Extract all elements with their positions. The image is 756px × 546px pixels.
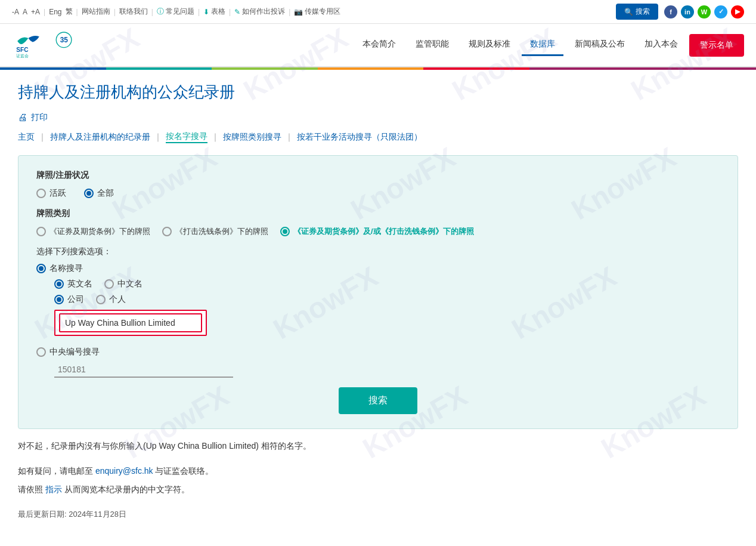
central-id-option-row: 中央编号搜寻 — [36, 347, 720, 357]
name-search-input[interactable] — [59, 313, 202, 332]
media-icon: 📷 — [294, 8, 303, 16]
nav-regulation[interactable]: 监管职能 — [407, 34, 457, 56]
youtube-icon[interactable]: ▶ — [731, 5, 744, 18]
twitter-icon[interactable]: ✓ — [714, 5, 727, 18]
logo[interactable]: SFC 证监会 35 — [12, 29, 78, 61]
warning-list-button[interactable]: 警示名单 — [689, 34, 744, 57]
search-icon: 🔍 — [624, 8, 633, 16]
wechat-icon[interactable]: W — [698, 5, 711, 18]
lang-chi[interactable]: 繁 — [66, 7, 73, 17]
complaint-link[interactable]: ✎ 如何作出投诉 — [234, 7, 285, 17]
complaint-icon: ✎ — [234, 8, 240, 16]
faq-icon: ⓘ — [157, 7, 164, 17]
status-active-radio[interactable] — [36, 189, 46, 198]
status-all-option[interactable]: 全部 — [84, 188, 114, 199]
search-submit-button[interactable]: 搜索 — [339, 387, 417, 414]
top-bar-right: 🔍 搜索 f in W ✓ ▶ — [616, 4, 744, 20]
central-id-radio[interactable] — [36, 347, 46, 357]
top-bar: -A A +A | Eng 繁 | 网站指南 | 联络我们 | ⓘ 常见问题 |… — [0, 0, 756, 24]
breadcrumb-home[interactable]: 主页 — [18, 132, 35, 143]
chinese-name-radio[interactable] — [104, 279, 114, 289]
name-sub-options: 英文名 中文名 — [54, 279, 720, 289]
search-submit-row: 搜索 — [36, 387, 720, 414]
license-type-group: 《证券及期货条例》下的牌照 《打击洗钱条例》下的牌照 《证券及期货条例》及/或《… — [36, 226, 720, 237]
company-option[interactable]: 公司 — [54, 294, 84, 305]
svg-text:证监会: 证监会 — [16, 53, 29, 58]
name-search-input-wrapper[interactable] — [54, 310, 207, 336]
central-id-option[interactable]: 中央编号搜寻 — [36, 347, 100, 357]
individual-radio[interactable] — [96, 295, 106, 304]
page-title: 持牌人及注册机构的公众纪录册 — [18, 82, 738, 103]
license-type-label: 牌照类别 — [36, 208, 720, 219]
breadcrumb-activity-search[interactable]: 按若干业务活动搜寻（只限法团） — [297, 132, 422, 143]
svg-text:SFC: SFC — [16, 47, 28, 53]
license-opt2-radio[interactable] — [162, 227, 172, 236]
page-content: 持牌人及注册机构的公众纪录册 🖨 打印 主页 ｜ 持牌人及注册机构的纪录册 ｜ … — [0, 70, 756, 532]
company-radio[interactable] — [54, 295, 64, 304]
contact-section: 如有疑问，请电邮至 enquiry@sfc.hk 与证监会联络。 请依照 指示 … — [18, 464, 738, 497]
english-name-radio[interactable] — [54, 279, 64, 289]
chinese-name-option[interactable]: 中文名 — [104, 279, 142, 289]
nav-bar: SFC 证监会 35 本会简介 监管职能 规则及标准 数据库 新闻稿及公布 加入… — [0, 24, 756, 67]
name-search-option[interactable]: 名称搜寻 — [36, 263, 83, 274]
instruction-line: 请依照 指示 从而阅览本纪录册内的中文字符。 — [18, 482, 738, 497]
name-search-option-row: 名称搜寻 — [36, 263, 720, 274]
breadcrumb: 主页 ｜ 持牌人及注册机构的纪录册 ｜ 按名字搜寻 ｜ 按牌照类别搜寻 ｜ 按若… — [18, 131, 738, 143]
media-link[interactable]: 📷 传媒专用区 — [294, 7, 340, 17]
nav-news[interactable]: 新闻稿及公布 — [566, 34, 633, 56]
main-navigation: 本会简介 监管职能 规则及标准 数据库 新闻稿及公布 加入本会 警示名单 — [354, 34, 744, 57]
search-options-title: 选择下列搜索选项： — [36, 246, 720, 257]
nav-join[interactable]: 加入本会 — [636, 34, 686, 56]
linkedin-icon[interactable]: in — [681, 5, 694, 18]
license-opt2-option[interactable]: 《打击洗钱条例》下的牌照 — [162, 226, 268, 237]
license-status-group: 活跃 全部 — [36, 188, 720, 199]
license-opt1-option[interactable]: 《证券及期货条例》下的牌照 — [36, 226, 150, 237]
last-updated: 最后更新日期: 2024年11月28日 — [18, 509, 738, 520]
nav-database[interactable]: 数据库 — [522, 34, 563, 56]
result-message: 对不起，纪录册内没有与你所输入(Up Way China Bullion Lim… — [18, 441, 738, 452]
instruction-link[interactable]: 指示 — [45, 485, 62, 494]
print-icon: 🖨 — [18, 112, 27, 123]
central-id-input[interactable] — [54, 362, 233, 378]
nav-about[interactable]: 本会简介 — [354, 34, 404, 56]
name-search-radio[interactable] — [36, 264, 46, 273]
status-active-option[interactable]: 活跃 — [36, 188, 66, 199]
facebook-icon[interactable]: f — [664, 5, 677, 18]
faq-link[interactable]: ⓘ 常见问题 — [157, 7, 194, 17]
individual-option[interactable]: 个人 — [96, 294, 126, 305]
table-icon: ⬇ — [203, 8, 209, 16]
breadcrumb-type-search[interactable]: 按牌照类别搜寻 — [223, 132, 281, 143]
site-guide[interactable]: 网站指南 — [82, 7, 110, 17]
font-size-minus[interactable]: -A — [12, 8, 19, 16]
license-opt3-option[interactable]: 《证券及期货条例》及/或《打击洗钱条例》下的牌照 — [280, 226, 474, 237]
status-all-radio[interactable] — [84, 189, 94, 198]
entity-type-options: 公司 个人 — [54, 294, 720, 305]
license-status-label: 牌照/注册状况 — [36, 170, 720, 181]
nav-rules[interactable]: 规则及标准 — [460, 34, 519, 56]
contact-line: 如有疑问，请电邮至 enquiry@sfc.hk 与证监会联络。 — [18, 464, 738, 479]
english-name-option[interactable]: 英文名 — [54, 279, 92, 289]
contact-email-link[interactable]: enquiry@sfc.hk — [95, 466, 153, 476]
top-bar-left: -A A +A | Eng 繁 | 网站指南 | 联络我们 | ⓘ 常见问题 |… — [12, 7, 340, 17]
lang-eng[interactable]: Eng — [49, 8, 61, 16]
search-form: 牌照/注册状况 活跃 全部 牌照类别 《证券及期货条例》下的牌照 《打击洗钱条例… — [18, 155, 738, 429]
license-opt1-radio[interactable] — [36, 227, 46, 236]
top-search-button[interactable]: 🔍 搜索 — [616, 4, 658, 20]
license-opt3-radio[interactable] — [280, 227, 290, 236]
contact-us[interactable]: 联络我们 — [119, 7, 148, 17]
font-size-plus[interactable]: +A — [31, 8, 40, 16]
breadcrumb-registry[interactable]: 持牌人及注册机构的纪录册 — [50, 132, 150, 143]
breadcrumb-name-search[interactable]: 按名字搜寻 — [166, 131, 207, 143]
table-link[interactable]: ⬇ 表格 — [203, 7, 225, 17]
print-button[interactable]: 🖨 打印 — [18, 112, 738, 123]
font-size-normal[interactable]: A — [23, 8, 27, 16]
svg-text:35: 35 — [60, 36, 69, 44]
social-icons: f in W ✓ ▶ — [664, 5, 744, 18]
